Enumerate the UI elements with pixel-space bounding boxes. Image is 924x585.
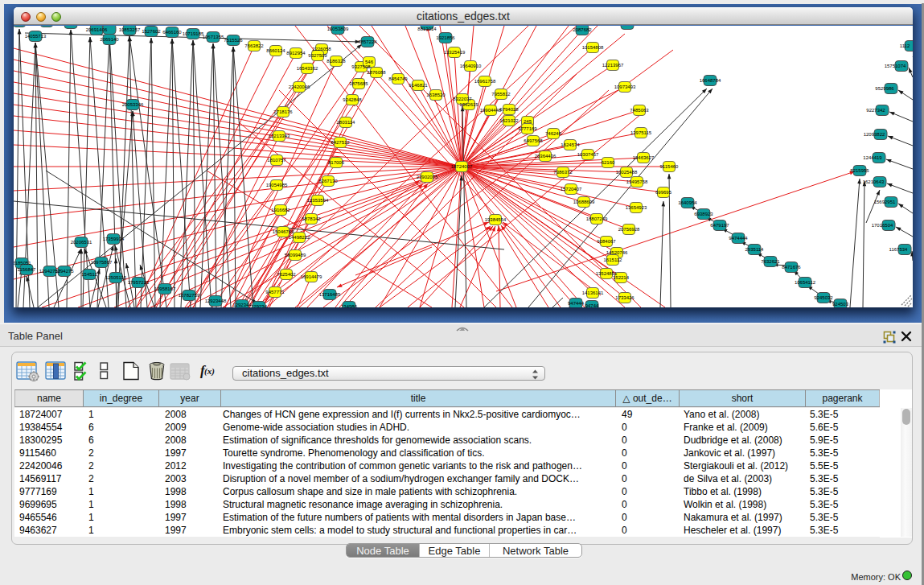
svg-text:20691406: 20691406 [86,27,108,32]
svg-text:12923448: 12923448 [205,299,227,303]
svg-text:1621022: 1621022 [499,118,519,123]
svg-text:9327508: 9327508 [351,64,371,69]
svg-text:546: 546 [365,60,374,64]
svg-text:7485063: 7485063 [630,108,649,113]
svg-text:6938923: 6938923 [694,212,713,216]
svg-text:6794028: 6794028 [499,107,519,112]
svg-text:15720407: 15720407 [561,187,582,192]
svg-text:23902075: 23902075 [417,175,438,179]
svg-text:10053809: 10053809 [327,27,349,31]
svg-text:1810757: 1810757 [267,158,286,163]
svg-text:7663822: 7663822 [244,43,264,48]
svg-text:1921856: 1921856 [436,35,455,40]
svg-text:13654923: 13654923 [626,205,647,210]
svg-text:8912954: 8912954 [286,51,306,56]
svg-text:1167534: 1167534 [889,247,909,252]
svg-text:8454749: 8454749 [388,76,408,81]
svg-text:9474444: 9474444 [729,236,748,241]
svg-text:1156847: 1156847 [18,267,37,272]
svg-text:3875685: 3875685 [349,81,368,86]
svg-text:1362615: 1362615 [459,102,478,107]
svg-text:17957225: 17957225 [128,280,150,285]
svg-text:699695: 699695 [655,190,672,195]
svg-text:9115460: 9115460 [660,164,680,169]
svg-text:62160: 62160 [602,160,615,165]
svg-text:19904448: 19904448 [480,108,502,113]
svg-text:2935114: 2935114 [745,247,765,252]
svg-text:9777169: 9777169 [518,126,537,131]
svg-text:16210643: 16210643 [863,179,885,184]
svg-text:7955812: 7955812 [491,92,511,97]
svg-text:2876088: 2876088 [367,70,386,75]
svg-text:1538520: 1538520 [426,93,446,97]
svg-text:8186328: 8186328 [326,59,346,64]
svg-text:16648784: 16648784 [700,78,721,83]
svg-text:746246: 746246 [545,131,562,136]
svg-text:924503: 924503 [832,302,849,307]
svg-text:7386372: 7386372 [553,170,573,175]
svg-text:19384554: 19384554 [485,217,507,222]
svg-text:6497568: 6497568 [524,138,543,143]
svg-text:16782759: 16782759 [179,293,200,298]
svg-text:2803114: 2803114 [337,120,356,125]
svg-text:7625402: 7625402 [277,272,296,277]
svg-text:9457771: 9457771 [265,290,285,295]
svg-text:19463627: 19463627 [633,155,655,160]
svg-text:7632621: 7632621 [761,259,780,264]
svg-text:134986: 134986 [341,304,358,307]
svg-text:1624574: 1624574 [561,142,580,147]
svg-text:947444: 947444 [568,301,585,306]
svg-text:8427512: 8427512 [331,140,350,145]
svg-text:1244419: 1244419 [863,155,882,160]
svg-text:13495758: 13495758 [626,179,648,184]
svg-text:16543362: 16543362 [297,66,318,71]
svg-text:16914479: 16914479 [301,274,322,279]
svg-text:154511: 154511 [81,272,97,277]
svg-text:2226058: 2226058 [312,47,331,51]
svg-text:1294275: 1294275 [55,269,74,274]
svg-text:12213967: 12213967 [602,63,624,68]
svg-text:1733426: 1733426 [615,295,634,300]
svg-text:20364436: 20364436 [535,154,556,159]
svg-text:2718176: 2718176 [273,109,293,114]
svg-text:245: 245 [524,119,532,124]
svg-text:8813014: 8813014 [417,27,437,31]
svg-text:8215955: 8215955 [850,168,869,173]
svg-text:6479197: 6479197 [710,223,729,228]
svg-text:12505115: 12505115 [105,275,127,280]
svg-text:10154808: 10154808 [582,45,604,50]
svg-text:23420046: 23420046 [289,84,310,89]
svg-text:1292344: 1292344 [232,303,252,307]
svg-text:10975867: 10975867 [91,260,113,265]
svg-text:13975115: 13975115 [630,130,652,135]
svg-text:9227342: 9227342 [866,108,885,113]
svg-text:20756928: 20756928 [618,227,640,232]
svg-text:18724007: 18724007 [451,164,473,169]
svg-text:12093822: 12093822 [864,132,885,137]
svg-text:17016504: 17016504 [872,223,893,228]
svg-text:10853257: 10853257 [119,27,141,32]
svg-text:817006: 817006 [328,160,345,165]
svg-text:12353594: 12353594 [307,198,329,203]
svg-text:6466160: 6466160 [162,30,182,35]
svg-text:8322037: 8322037 [453,97,472,101]
svg-text:17359934: 17359934 [103,237,125,241]
svg-text:1527602: 1527602 [142,29,161,34]
svg-text:10025488: 10025488 [616,170,638,175]
svg-text:12213343: 12213343 [269,134,290,138]
svg-text:1640954: 1640954 [678,200,697,205]
svg-text:13325419: 13325419 [444,50,466,55]
svg-text:16640910: 16640910 [460,64,482,68]
svg-text:14498222: 14498222 [289,235,310,240]
svg-text:7857224: 7857224 [358,39,377,44]
svg-text:2069140: 2069140 [100,37,119,42]
svg-text:7515526: 7515526 [224,38,243,43]
svg-text:10688609: 10688609 [573,200,595,204]
svg-text:94744: 94744 [585,303,599,307]
svg-text:1615112: 1615112 [604,257,623,262]
svg-text:8267130: 8267130 [318,179,338,183]
svg-text:14055713: 14055713 [25,34,47,39]
svg-text:9529986: 9529986 [875,86,894,91]
svg-text:10719185: 10719185 [183,31,204,36]
svg-text:2185051: 2185051 [14,261,31,266]
